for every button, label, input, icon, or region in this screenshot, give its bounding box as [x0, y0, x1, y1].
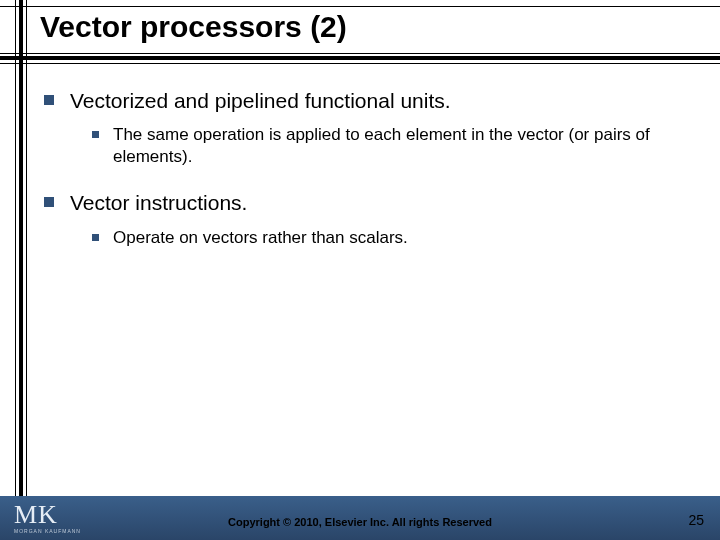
square-bullet-icon [44, 197, 54, 207]
logo-subtext: MORGAN KAUFMANN [14, 528, 81, 534]
bullet-text: The same operation is applied to each el… [113, 124, 684, 168]
vertical-rule [26, 0, 27, 540]
bullet-level2: Operate on vectors rather than scalars. [92, 227, 684, 249]
vertical-rule-thick [19, 0, 23, 540]
square-bullet-icon [44, 95, 54, 105]
bullet-text: Vector instructions. [70, 190, 247, 216]
square-bullet-icon [92, 234, 99, 241]
horizontal-rule [0, 6, 720, 7]
vertical-rule [15, 0, 16, 540]
horizontal-rule [0, 63, 720, 64]
slide: Vector processors (2) Vectorized and pip… [0, 0, 720, 540]
title-block: Vector processors (2) [0, 0, 720, 6]
bullet-level2: The same operation is applied to each el… [92, 124, 684, 168]
slide-title: Vector processors (2) [40, 10, 347, 44]
slide-content: Vectorized and pipelined functional unit… [44, 88, 684, 271]
square-bullet-icon [92, 131, 99, 138]
horizontal-rule-thick [0, 56, 720, 60]
bullet-text: Operate on vectors rather than scalars. [113, 227, 408, 249]
page-number: 25 [688, 512, 704, 528]
bullet-text: Vectorized and pipelined functional unit… [70, 88, 451, 114]
horizontal-rule [0, 53, 720, 54]
copyright-text: Copyright © 2010, Elsevier Inc. All righ… [0, 516, 720, 528]
bullet-level1: Vectorized and pipelined functional unit… [44, 88, 684, 114]
bullet-level1: Vector instructions. [44, 190, 684, 216]
